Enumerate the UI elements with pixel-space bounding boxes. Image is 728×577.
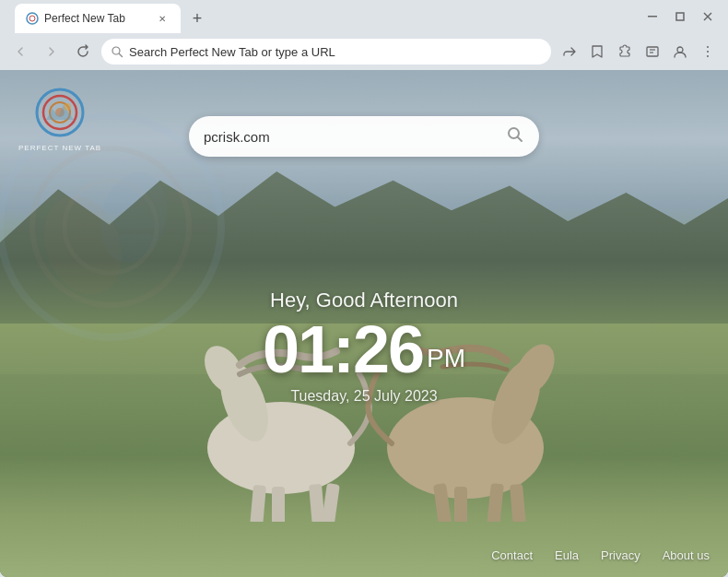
active-tab[interactable]: Perfect New Tab ✕ — [15, 4, 181, 33]
svg-point-12 — [707, 46, 709, 48]
title-bar: Perfect New Tab ✕ + — [0, 0, 728, 33]
bookmark-button[interactable] — [584, 39, 610, 65]
search-submit-button[interactable] — [506, 125, 524, 148]
eula-link[interactable]: Eula — [555, 548, 579, 562]
menu-button[interactable] — [695, 39, 721, 65]
svg-line-40 — [518, 137, 522, 141]
svg-rect-26 — [321, 483, 340, 522]
extensions-button[interactable] — [612, 39, 638, 65]
profile-button[interactable] — [667, 39, 693, 65]
svg-point-0 — [27, 13, 38, 24]
logo-svg — [32, 85, 88, 140]
clock-time: 01:26 — [263, 316, 423, 383]
svg-point-11 — [677, 47, 683, 53]
forward-button[interactable] — [39, 39, 65, 65]
svg-rect-2 — [648, 16, 657, 18]
address-bar-text: Search Perfect New Tab or type a URL — [129, 45, 542, 59]
about-us-link[interactable]: About us — [663, 548, 710, 562]
content-area: PERFECT NEW TAB pcrisk.com Hey, Good Aft… — [0, 70, 728, 577]
tab-favicon — [26, 12, 39, 25]
svg-rect-8 — [647, 47, 658, 56]
clock-ampm: PM — [427, 344, 465, 373]
back-button[interactable] — [7, 39, 33, 65]
svg-rect-24 — [272, 487, 285, 522]
address-bar[interactable]: Search Perfect New Tab or type a URL — [101, 39, 551, 65]
maximize-button[interactable] — [667, 7, 693, 26]
browser-frame: Perfect New Tab ✕ + — [0, 0, 728, 577]
logo-container: PERFECT NEW TAB — [18, 85, 101, 152]
search-icon — [111, 45, 123, 58]
new-tab-button[interactable]: + — [184, 6, 210, 31]
svg-point-14 — [707, 55, 709, 57]
svg-point-13 — [707, 51, 709, 53]
search-input[interactable]: pcrisk.com — [204, 129, 499, 145]
clock-container: Hey, Good Afternoon 01:26 PM Tuesday, 25… — [263, 288, 465, 405]
reload-button[interactable] — [70, 39, 96, 65]
toolbar-actions — [557, 39, 721, 65]
minimize-button[interactable] — [640, 7, 665, 26]
svg-rect-33 — [510, 484, 526, 522]
tab-search-button[interactable] — [640, 39, 665, 65]
footer-links: Contact Eula Privacy About us — [491, 548, 710, 562]
clock-date: Tuesday, 25 July 2023 — [263, 388, 465, 405]
logo-label: PERFECT NEW TAB — [18, 144, 101, 152]
svg-point-6 — [112, 47, 120, 54]
svg-rect-3 — [676, 13, 684, 20]
svg-line-7 — [120, 54, 123, 57]
svg-point-38 — [64, 103, 71, 111]
share-button[interactable] — [557, 39, 582, 65]
svg-rect-31 — [454, 487, 467, 522]
tab-bar: Perfect New Tab ✕ + — [7, 4, 217, 33]
close-button[interactable] — [695, 7, 721, 26]
toolbar: Search Perfect New Tab or type a URL — [0, 33, 728, 70]
svg-rect-23 — [249, 485, 266, 522]
search-box[interactable]: pcrisk.com — [189, 116, 539, 157]
search-container: pcrisk.com — [189, 116, 539, 157]
privacy-link[interactable]: Privacy — [601, 548, 640, 562]
tab-close-button[interactable]: ✕ — [155, 11, 170, 26]
clock-display: 01:26 PM — [263, 316, 465, 383]
svg-point-1 — [29, 16, 35, 21]
contact-link[interactable]: Contact — [491, 548, 533, 562]
window-controls — [640, 7, 721, 26]
tab-title: Perfect New Tab — [44, 12, 149, 25]
greeting-text: Hey, Good Afternoon — [263, 288, 465, 312]
